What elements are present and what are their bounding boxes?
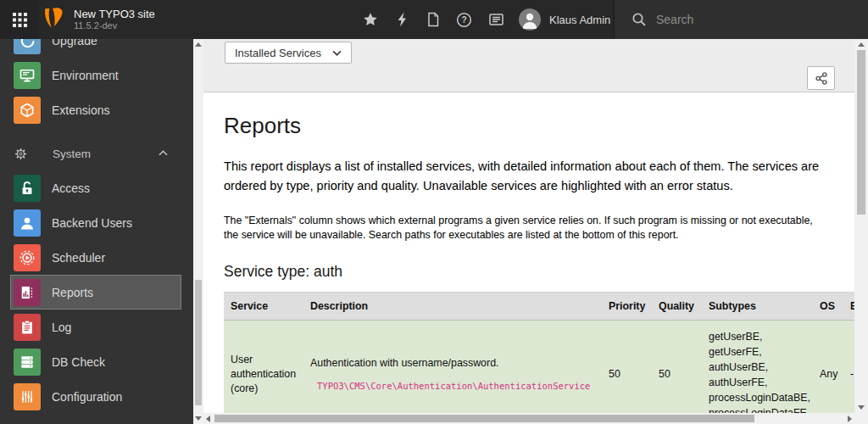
- topbar: New TYPO3 site 11.5.2-dev ?: [0, 0, 868, 39]
- system-information-icon: [488, 12, 504, 27]
- sidebar-item-label: DB Check: [52, 355, 105, 369]
- subtype: processLoginDataFE: [709, 405, 808, 413]
- system-information-button[interactable]: [481, 0, 512, 39]
- open-document-icon: [426, 12, 441, 27]
- table-row: User authentication (core) Authenticatio…: [224, 321, 854, 414]
- share-button[interactable]: [807, 66, 835, 90]
- subtype: authUserBE,: [709, 360, 808, 375]
- typo3-logo: [44, 8, 66, 31]
- search-input[interactable]: [656, 13, 843, 26]
- scroll-left-arrow[interactable]: [206, 416, 210, 422]
- subtype: authUserFE,: [709, 375, 808, 390]
- username-label: Klaus Admin: [549, 14, 610, 26]
- user-menu[interactable]: Klaus Admin: [519, 0, 610, 39]
- chevron-up-icon: [159, 150, 168, 156]
- environment-icon: [14, 62, 41, 89]
- sidebar-item-scheduler[interactable]: Scheduler: [10, 240, 181, 275]
- report-select-dropdown[interactable]: Installed Services: [225, 42, 352, 64]
- backend-users-icon: [14, 209, 41, 237]
- sidebar-section-system[interactable]: System: [0, 140, 193, 168]
- cell-description: Authentication with username/password. T…: [303, 321, 602, 414]
- service-class-code: TYPO3\CMS\Core\Authentication\Authentica…: [310, 379, 590, 393]
- service-description: Authentication with username/password.: [310, 356, 595, 371]
- grid-toggle-icon: [13, 13, 27, 27]
- installed-services-table: Service Description Priority Quality Sub…: [224, 292, 854, 413]
- sidebar-section-label: System: [53, 148, 91, 160]
- sidebar-item-access[interactable]: Access: [10, 170, 181, 205]
- module-menu: Upgrade Environment Extensions System: [0, 39, 193, 424]
- page-title: Reports: [224, 113, 854, 139]
- col-header-os: OS: [815, 293, 845, 321]
- scroll-right-arrow[interactable]: [848, 416, 852, 422]
- sidebar-item-backend-users[interactable]: Backend Users: [10, 205, 181, 240]
- service-type-heading: Service type: auth: [224, 263, 854, 281]
- typo3-version: 11.5.2-dev: [74, 20, 155, 31]
- site-brand[interactable]: New TYPO3 site 11.5.2-dev: [44, 0, 155, 39]
- scroll-up-arrow[interactable]: [195, 42, 202, 47]
- col-header-quality: Quality: [652, 293, 702, 321]
- table-header-row: Service Description Priority Quality Sub…: [224, 293, 854, 321]
- col-header-subtypes: Subtypes: [702, 293, 815, 321]
- sidebar-item-label: Extensions: [52, 103, 109, 117]
- sidebar-item-label: Log: [52, 321, 71, 334]
- sidebar-scrollbar-thumb[interactable]: [195, 280, 202, 405]
- search-icon: [632, 12, 647, 27]
- col-header-externals: Externals: [845, 293, 854, 321]
- content-horizontal-scrollbar[interactable]: [203, 413, 854, 424]
- access-icon: [14, 175, 41, 202]
- cell-service: User authentication (core): [224, 321, 303, 414]
- log-icon: [14, 314, 41, 341]
- svg-text:?: ?: [461, 15, 466, 25]
- toolbar-search: [614, 0, 868, 39]
- sidebar-item-label: Configuration: [52, 390, 122, 404]
- scheduler-icon: [14, 244, 41, 271]
- share-nodes-icon: [815, 71, 828, 86]
- sidebar-item-label: Access: [52, 181, 90, 195]
- col-header-service: Service: [224, 293, 303, 321]
- sidebar-item-log[interactable]: Log: [10, 310, 181, 344]
- sidebar-item-db-check[interactable]: DB Check: [10, 344, 181, 379]
- content-scrollbar-thumb[interactable]: [857, 50, 865, 215]
- extensions-icon: [14, 97, 41, 124]
- sidebar-item-upgrade[interactable]: Upgrade: [10, 39, 181, 58]
- sidebar-item-label: Reports: [52, 286, 93, 299]
- sidebar-item-extensions[interactable]: Extensions: [10, 92, 181, 127]
- col-header-priority: Priority: [602, 293, 652, 321]
- dropdown-selected-label: Installed Services: [235, 47, 321, 59]
- configuration-icon: [14, 383, 41, 410]
- module-content: Installed Services Reports This report d…: [203, 39, 854, 413]
- subtype: processLoginDataBE,: [709, 390, 808, 405]
- cell-subtypes: getUserBE, getUserFE, authUserBE, authUs…: [702, 321, 815, 414]
- scroll-down-arrow[interactable]: [195, 416, 202, 421]
- sidebar-item-reports[interactable]: Reports: [10, 275, 181, 310]
- scrollbar-corner: [854, 413, 868, 424]
- content-vertical-scrollbar[interactable]: [854, 39, 868, 413]
- avatar: [519, 8, 541, 31]
- sidebar-item-label: Backend Users: [52, 216, 132, 230]
- gear-icon: [14, 148, 27, 160]
- clear-cache-bolt-icon: [395, 12, 409, 27]
- sidebar-scrollbar[interactable]: [193, 39, 203, 424]
- open-document-button[interactable]: [417, 0, 448, 39]
- sidebar-item-label: Upgrade: [52, 39, 97, 47]
- upgrade-icon: [14, 39, 41, 54]
- bookmark-button[interactable]: [354, 0, 386, 39]
- content-hscrollbar-thumb[interactable]: [214, 415, 754, 422]
- cell-priority: 50: [602, 321, 652, 414]
- reports-icon: [14, 279, 41, 306]
- clear-cache-button[interactable]: [386, 0, 417, 39]
- scroll-down-arrow[interactable]: [858, 405, 865, 410]
- cell-os: Any: [815, 321, 845, 414]
- help-button[interactable]: ?: [448, 0, 480, 39]
- cell-quality: 50: [652, 321, 702, 414]
- subtype: getUserBE,: [709, 329, 808, 344]
- bookmark-star-icon: [363, 12, 378, 27]
- sidebar-item-configuration[interactable]: Configuration: [10, 379, 181, 414]
- scroll-up-arrow[interactable]: [858, 42, 865, 47]
- sidebar-item-label: Scheduler: [52, 251, 105, 265]
- module-menu-toggle-button[interactable]: [0, 0, 39, 39]
- cell-externals: -: [845, 321, 854, 414]
- sidebar-item-environment[interactable]: Environment: [10, 58, 181, 92]
- subtype: getUserFE,: [709, 344, 808, 360]
- sidebar-item-label: Environment: [52, 69, 119, 82]
